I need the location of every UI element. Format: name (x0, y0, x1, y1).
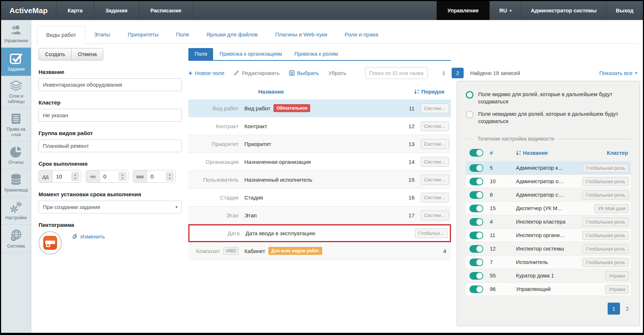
change-pictogram-link[interactable]: Изменить (72, 233, 105, 240)
spinner-up-icon[interactable]: ▲ (74, 173, 77, 176)
role-name-column-header[interactable]: a z Название (516, 150, 607, 156)
role-row[interactable]: 15 Диспетчер (УК М… УК Мой дом (466, 202, 631, 215)
role-row[interactable]: 10 Администратор о… Глобальная роль (466, 175, 631, 188)
fields-subtab[interactable]: Привязка к ролям (288, 48, 344, 60)
main-tab[interactable]: Плагины и Web-хуки (267, 26, 336, 43)
field-row[interactable]: Дата Дата ввода в эксплуатацию (188, 224, 451, 242)
language-selector[interactable]: RU ▾ (489, 1, 521, 20)
new-field-button[interactable]: + Новое поле (188, 70, 224, 76)
topbar-tab-schedule[interactable]: Расписание (139, 1, 193, 20)
sidebar-item-layers[interactable]: Слои и таблицы (1, 76, 31, 109)
field-row[interactable]: Этап Этап (188, 206, 451, 224)
stepper-unit-label: чч (86, 170, 100, 182)
sidebar-item-settings[interactable]: Настройки (1, 197, 31, 225)
main-tab[interactable]: Этапы (85, 26, 119, 43)
field-type-cell: Контракт (188, 123, 239, 129)
sidebar-item-label: Управление (4, 38, 28, 43)
spinner-down-icon[interactable]: ▼ (74, 177, 77, 180)
name-column-header[interactable]: Название (239, 88, 394, 95)
visibility-toggle-switch[interactable] (469, 191, 483, 199)
field-row[interactable]: Приоритет Приоритет (188, 135, 451, 153)
visibility-toggle-switch[interactable] (469, 285, 483, 293)
main-tab[interactable]: Приоритеты (119, 26, 167, 43)
role-row[interactable]: 5 Администратор к… Глобальная роль (466, 161, 631, 175)
user-menu[interactable]: Администратор системы (521, 1, 606, 20)
num-column-header[interactable]: # (490, 150, 516, 156)
spinner-down-icon[interactable]: ▼ (121, 177, 124, 180)
page-1-current[interactable]: 1 (608, 303, 620, 315)
topbar-tab-map[interactable]: Карта (56, 1, 94, 20)
visibility-toggle-switch[interactable] (469, 205, 483, 212)
field-row[interactable]: Композит #682 Кабинет Для всех видов раб… (188, 242, 451, 260)
page-1-link[interactable]: 1 (439, 68, 449, 78)
main-tab[interactable]: Роли и права (336, 26, 387, 43)
fields-subtab[interactable]: Привязка к организациям (213, 48, 288, 60)
group-field[interactable] (39, 139, 182, 152)
page-2-link[interactable]: 2 (626, 306, 629, 312)
field-row[interactable]: Организация Назначенная организация (188, 153, 451, 171)
cluster-field[interactable] (39, 109, 182, 122)
deadline-moment-select[interactable]: При создании задания ▾ (39, 201, 182, 213)
spinner-up-icon[interactable]: ▲ (121, 173, 124, 176)
stepper-value-input[interactable] (147, 170, 161, 182)
remove-field-button[interactable]: Убрать (328, 70, 346, 76)
role-row[interactable]: 4 Инспектор кластера Глобальная роль (466, 215, 631, 229)
pictogram-preview[interactable] (39, 231, 62, 255)
fields-subtab[interactable]: Поля (188, 48, 213, 60)
show-all-link[interactable]: Показать все ▾ (599, 70, 638, 76)
field-row[interactable]: Пользователь Назначенный исполнитель (188, 171, 451, 189)
svg-text:a: a (519, 150, 521, 153)
radio-unselected-icon[interactable] (466, 111, 473, 118)
radio-field-visible[interactable]: Поле видимо для ролей, которые в дальней… (466, 91, 631, 106)
sidebar-item-management[interactable]: Управление (1, 20, 31, 48)
spinner-down-icon[interactable]: ▼ (169, 177, 171, 180)
stepper-spinner[interactable]: ▲▼ (166, 172, 174, 181)
field-row[interactable]: Контракт Контракт (188, 117, 451, 135)
select-field-button[interactable]: Выбрать (289, 70, 319, 76)
field-row[interactable]: Вид работ Вид работ Обязательное (188, 99, 451, 117)
visibility-toggle-switch[interactable] (469, 272, 483, 280)
create-button[interactable]: Создать (39, 48, 72, 60)
visibility-toggle-switch[interactable] (469, 245, 483, 253)
cancel-button[interactable]: Отмена (71, 48, 103, 60)
role-row[interactable]: 55 Куратор дома 1 Управа (466, 269, 631, 283)
topbar-tab-tasks[interactable]: Задания (94, 1, 139, 20)
logout-button[interactable]: Выход (606, 1, 643, 20)
sidebar-item-tasks[interactable]: Задания (1, 48, 31, 76)
topbar-section-management[interactable]: Управление (436, 1, 490, 20)
visibility-toggle-switch[interactable] (469, 218, 483, 226)
main-tab[interactable]: Ярлыки для файлов (197, 26, 266, 43)
role-row[interactable]: 11 Инспектор органи… Глобальная роль (466, 229, 631, 242)
role-row[interactable]: 12 Инспектор системы Глобальная роль (466, 242, 631, 256)
stepper-spinner[interactable]: ▲▼ (119, 172, 127, 181)
role-name: Администратор о… (516, 178, 582, 184)
name-field[interactable] (39, 78, 182, 91)
sidebar-item-storages[interactable]: Хранилища (1, 169, 31, 197)
role-row[interactable]: 96 Управляющий Управа (466, 283, 631, 296)
edit-field-button[interactable]: Редактировать (234, 70, 280, 76)
sidebar-item-reports[interactable]: Отчеты (1, 142, 31, 169)
sidebar-item-system[interactable]: C Система (1, 225, 31, 253)
main-tab[interactable]: Поля (167, 26, 198, 43)
field-order-cell: 12 (394, 123, 415, 129)
radio-field-invisible[interactable]: Поле невидимо для ролей, которые в дальн… (466, 110, 631, 125)
visibility-toggle-switch[interactable] (469, 178, 483, 185)
role-row[interactable]: 8 Администратор с… Глобальная роль (466, 188, 631, 202)
page-2-current[interactable]: 2 (452, 68, 463, 78)
spinner-up-icon[interactable]: ▲ (169, 173, 171, 176)
visibility-toggle-switch[interactable] (469, 232, 483, 239)
main-tab[interactable]: Виды работ (37, 26, 85, 44)
visibility-toggle-switch[interactable] (469, 259, 483, 266)
role-row[interactable]: 7 Исполнитель Глобальная роль (466, 256, 631, 269)
stepper-spinner[interactable]: ▲▼ (71, 172, 79, 181)
stepper-value-input[interactable] (52, 170, 67, 182)
visibility-toggle-switch[interactable] (469, 164, 483, 172)
cluster-column-header[interactable]: Кластер (607, 150, 628, 156)
stepper-value-input[interactable] (100, 170, 114, 182)
radio-selected-icon[interactable] (466, 91, 473, 99)
sidebar-item-layer-rights[interactable]: Права на слои (1, 109, 31, 142)
field-row[interactable]: Стадия Стадия (188, 189, 451, 206)
order-column-header[interactable]: a z Порядок (394, 88, 451, 95)
search-input[interactable] (365, 67, 428, 79)
toggle-all-switch[interactable] (469, 149, 483, 157)
